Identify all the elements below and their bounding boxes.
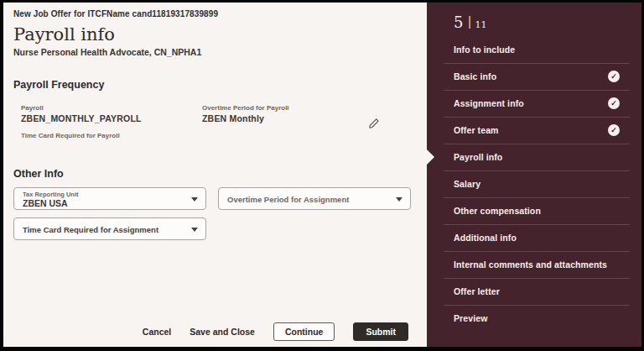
sidebar-item-additional-info[interactable]: Additional info	[427, 224, 641, 251]
payroll-frequency-section: Payroll Frequency Payroll ZBEN_MONTHLY_P…	[13, 79, 415, 139]
overtime-period-field: Overtime Period for Payroll ZBEN Monthly	[202, 104, 415, 123]
overtime-period-assignment-dropdown[interactable]: Overtime Period for Assignment	[218, 187, 411, 210]
current-step-pointer-icon	[427, 149, 434, 165]
sidebar-item-label: Offer letter	[454, 286, 620, 296]
sidebar-item-label: Payroll info	[454, 152, 620, 162]
overtime-period-field-value: ZBEN Monthly	[202, 113, 415, 123]
sidebar-item-label: Info to include	[454, 45, 620, 55]
sidebar-item-other-compensation[interactable]: Other compensation	[427, 197, 641, 224]
step-separator: |	[467, 13, 471, 29]
sidebar-item-label: Assignment info	[454, 98, 608, 108]
edit-payroll-frequency-button[interactable]	[366, 118, 382, 133]
payroll-field-label: Payroll	[21, 104, 202, 112]
app-window: New Job Offer for ITCFName cand118193178…	[0, 0, 644, 351]
sidebar-item-label: Basic info	[454, 71, 608, 81]
sidebar-item-label: Preview	[454, 313, 620, 323]
submit-button[interactable]: Submit	[353, 322, 408, 341]
job-subtitle: Nurse Personal Health Advocate, CN_NPHA1	[13, 47, 415, 57]
tax-reporting-unit-dropdown[interactable]: Tax Reporting Unit ZBEN USA	[13, 187, 206, 210]
chevron-down-icon	[191, 197, 198, 202]
overtime-column: Overtime Period for Payroll ZBEN Monthly	[202, 104, 415, 139]
steps-list: Info to include Basic info ✓ Assignment …	[427, 36, 641, 332]
sidebar-item-label: Salary	[454, 179, 620, 189]
pencil-icon	[368, 118, 380, 133]
step-current: 5	[454, 13, 463, 31]
footer-actions: Cancel Save and Close Continue Submit	[3, 322, 427, 341]
other-info-heading: Other Info	[13, 168, 415, 180]
sidebar-item-offer-team[interactable]: Offer team ✓	[427, 117, 641, 144]
page-title: Payroll info	[13, 24, 415, 45]
other-info-section: Other Info Tax Reporting Unit ZBEN USA O…	[13, 168, 415, 240]
save-and-close-button[interactable]: Save and Close	[190, 327, 255, 337]
sidebar-item-assignment-info[interactable]: Assignment info ✓	[427, 90, 641, 117]
offer-title: New Job Offer for ITCFName cand118193178…	[13, 9, 415, 18]
main-content: New Job Offer for ITCFName cand118193178…	[3, 3, 427, 347]
payroll-field-value: ZBEN_MONTHLY_PAYROLL	[21, 113, 202, 123]
sidebar-item-info-to-include[interactable]: Info to include	[427, 36, 641, 63]
sidebar-item-internal-comments[interactable]: Internal comments and attachments	[427, 251, 641, 278]
sidebar-item-salary[interactable]: Salary	[427, 170, 641, 197]
check-icon: ✓	[608, 97, 620, 109]
time-card-field: Time Card Required for Payroll	[21, 132, 202, 139]
sidebar-item-label: Offer team	[454, 125, 608, 135]
sidebar-item-label: Additional info	[454, 233, 620, 243]
continue-button[interactable]: Continue	[273, 322, 335, 341]
payroll-field: Payroll ZBEN_MONTHLY_PAYROLL	[21, 104, 202, 123]
tax-reporting-unit-label: Tax Reporting Unit	[23, 191, 185, 198]
overtime-period-field-label: Overtime Period for Payroll	[202, 104, 415, 112]
time-card-assignment-dropdown[interactable]: Time Card Required for Assignment	[13, 217, 206, 240]
payroll-column: Payroll ZBEN_MONTHLY_PAYROLL Time Card R…	[21, 104, 202, 139]
other-info-row-1: Tax Reporting Unit ZBEN USA Overtime Per…	[13, 187, 415, 210]
sidebar-item-offer-letter[interactable]: Offer letter	[427, 278, 641, 305]
cancel-button[interactable]: Cancel	[143, 327, 171, 337]
chevron-down-icon	[191, 228, 198, 232]
tax-reporting-unit-value: ZBEN USA	[23, 198, 185, 208]
time-card-assignment-label: Time Card Required for Assignment	[23, 225, 185, 234]
time-card-field-label: Time Card Required for Payroll	[21, 132, 202, 139]
check-icon: ✓	[608, 71, 620, 82]
step-indicator: 5 | 11	[427, 9, 641, 34]
payroll-frequency-heading: Payroll Frequency	[13, 79, 415, 91]
overtime-period-assignment-label: Overtime Period for Assignment	[227, 195, 390, 204]
sidebar-item-label: Internal comments and attachments	[454, 259, 620, 270]
step-total: 11	[475, 19, 487, 30]
check-icon: ✓	[608, 124, 620, 136]
sidebar-item-preview[interactable]: Preview	[427, 305, 641, 332]
sidebar-item-basic-info[interactable]: Basic info ✓	[427, 63, 641, 90]
chevron-down-icon	[396, 197, 402, 202]
steps-sidebar: 5 | 11 Info to include Basic info ✓ Assi…	[427, 3, 641, 347]
sidebar-item-payroll-info[interactable]: Payroll info	[427, 144, 641, 170]
payroll-frequency-fields: Payroll ZBEN_MONTHLY_PAYROLL Time Card R…	[21, 104, 415, 139]
sidebar-item-label: Other compensation	[454, 206, 620, 216]
other-info-row-2: Time Card Required for Assignment	[13, 217, 415, 240]
